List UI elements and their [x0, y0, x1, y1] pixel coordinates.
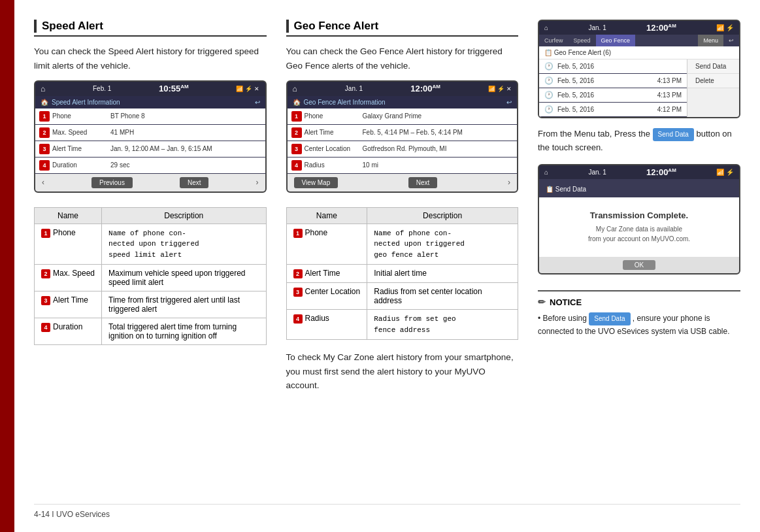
speed-alert-column: Speed Alert You can check the Speed Aler…: [34, 20, 267, 491]
tab-back[interactable]: ↩: [723, 35, 739, 46]
device-header-gf: ⌂ Jan. 1 12:00AM 📶 ⚡ ✕: [288, 82, 518, 95]
gf-screen-rows: 1 Phone Galaxy Grand Prime 2 Alert Time …: [288, 108, 518, 174]
trans-body: Transmission Complete. My Car Zone data …: [539, 197, 739, 257]
pencil-icon: ✏: [538, 297, 546, 307]
tab-menu[interactable]: Menu: [698, 35, 723, 46]
device-footer-gf: View Map Next ›: [288, 174, 518, 191]
speed-alert-device-screen: ⌂ Feb. 1 10:55AM 📶 ⚡ ✕ 🏠 Speed Alert Inf…: [34, 80, 267, 192]
geo-fence-title: Geo Fence Alert: [286, 20, 379, 33]
device-date-gf: Jan. 1: [345, 85, 363, 92]
gf-menu-screen: ⌂ Jan. 1 12:00AM 📶 ⚡ Curfew Speed Geo Fe…: [538, 20, 740, 118]
device-time-gf: 12:00AM: [410, 84, 440, 93]
device-footer-speed: ‹ Previous Next ›: [35, 174, 265, 191]
table-row: 2Alert Time Initial alert time: [286, 265, 518, 283]
transmission-screen: ⌂ Jan. 1 12:00AM 📶 ⚡ 📋 Send Data Transmi…: [538, 164, 740, 274]
tab-geo-fence[interactable]: Geo Fence: [596, 35, 636, 46]
send-data-notice-btn: Send Data: [589, 312, 630, 325]
page-footer: 4-14 I UVO eServices: [34, 504, 740, 519]
speed-row-1: 1 Phone BT Phone 8: [35, 108, 265, 125]
speed-alert-title: Speed Alert: [34, 20, 103, 33]
previous-btn-speed[interactable]: Previous: [91, 177, 133, 188]
speed-row-3: 3 Alert Time Jan. 9, 12:00 AM – Jan. 9, …: [35, 141, 265, 158]
send-data-description: From the Menu tab, Press the Send Data b…: [538, 127, 740, 155]
view-map-btn[interactable]: View Map: [294, 177, 339, 188]
table-row: 1Phone Name of phone con-nected upon tri…: [35, 224, 267, 265]
trans-sub-label: 📋 Send Data: [539, 179, 739, 197]
table-row: 1Phone Name of phone con-nected upon tri…: [286, 224, 518, 265]
trans-header: ⌂ Jan. 1 12:00AM 📶 ⚡: [539, 165, 739, 179]
speed-row-4: 4 Duration 29 sec: [35, 158, 265, 174]
gf-row-1: 1 Phone Galaxy Grand Prime: [288, 108, 518, 125]
list-item: 🕐 Feb. 5, 2016 4:12 PM: [539, 103, 687, 117]
device-subheader-gf: 🏠 Geo Fence Alert Information ↩: [288, 96, 518, 108]
device-subheader-speed: 🏠 Speed Alert Information ↩: [35, 96, 265, 108]
right-panel: ⌂ Jan. 1 12:00AM 📶 ⚡ Curfew Speed Geo Fe…: [538, 20, 740, 491]
geo-fence-table: Name Description 1Phone Name of phone co…: [286, 207, 519, 341]
trans-sub: My Car Zone data is availablefrom your a…: [549, 224, 729, 244]
gf-menu-header: ⌂ Jan. 1 12:00AM 📶 ⚡: [539, 21, 739, 35]
menu-item-send-data[interactable]: Send Data: [687, 59, 739, 74]
device-icons-gf: 📶 ⚡ ✕: [488, 86, 512, 92]
trans-title: Transmission Complete.: [549, 210, 729, 220]
gf-table-col1: Name: [286, 207, 367, 224]
device-date-speed: Feb. 1: [93, 85, 111, 92]
send-data-inline-btn: Send Data: [653, 128, 694, 141]
list-item: 🕐 Feb. 5, 2016 4:13 PM: [539, 88, 687, 103]
speed-row-2: 2 Max. Speed 41 MPH: [35, 125, 265, 141]
geo-fence-column: Geo Fence Alert You can check the Geo Fe…: [286, 20, 519, 491]
geo-fence-outro: To check My Car Zone alert history from …: [286, 350, 519, 393]
next-btn-gf[interactable]: Next: [408, 177, 438, 188]
menu-item-delete[interactable]: Delete: [687, 74, 739, 88]
columns: Speed Alert You can check the Speed Aler…: [34, 20, 740, 491]
geo-fence-device-screen: ⌂ Jan. 1 12:00AM 📶 ⚡ ✕ 🏠 Geo Fence Alert…: [286, 80, 519, 192]
notice-title: ✏ NOTICE: [538, 297, 740, 307]
speed-screen-rows: 1 Phone BT Phone 8 2 Max. Speed 41 MPH 3…: [35, 108, 265, 174]
list-item: 🕐 Feb. 5, 2016: [539, 59, 687, 74]
geo-fence-intro: You can check the Geo Fence Alert histor…: [286, 44, 519, 73]
notice-text: • Before using Send Data , ensure your p…: [538, 312, 740, 338]
speed-alert-intro: You can check the Speed Alert history fo…: [34, 44, 267, 73]
list-item: 🕐 Feb. 5, 2016 4:13 PM: [539, 74, 687, 88]
table-row: 4Radius Radius from set geofence address: [286, 310, 518, 340]
gf-tabs: Curfew Speed Geo Fence Menu ↩: [539, 35, 739, 46]
speed-table-col2: Description: [102, 207, 266, 224]
next-btn-speed[interactable]: Next: [180, 177, 209, 188]
tab-curfew[interactable]: Curfew: [539, 35, 569, 46]
ok-button[interactable]: OK: [623, 260, 655, 270]
speed-alert-header: Speed Alert: [34, 20, 267, 37]
table-row: 3Center Location Radius from set center …: [286, 283, 518, 310]
device-icons-speed: 📶 ⚡ ✕: [236, 86, 259, 92]
table-row: 4Duration Total triggered alert time fro…: [35, 318, 267, 345]
trans-ok-bar: OK: [539, 257, 739, 273]
device-time-speed: 10:55AM: [159, 84, 189, 93]
table-row: 2Max. Speed Maximum vehicle speed upon t…: [35, 265, 267, 291]
home-icon-speed: ⌂: [41, 84, 45, 93]
gf-row-2: 2 Alert Time Feb. 5, 4:14 PM – Feb. 5, 4…: [288, 125, 518, 141]
gf-menu-overlay: 🕐 Feb. 5, 2016 🕐 Feb. 5, 2016 4:13 PM 🕐 …: [539, 59, 739, 117]
context-menu: Send Data Delete: [687, 59, 739, 117]
tab-speed[interactable]: Speed: [569, 35, 596, 46]
speed-table-col1: Name: [35, 207, 102, 224]
device-header-speed: ⌂ Feb. 1 10:55AM 📶 ⚡ ✕: [35, 82, 265, 95]
main-content: Speed Alert You can check the Speed Aler…: [14, 0, 760, 532]
table-row: 3Alert Time Time from first triggered al…: [35, 291, 267, 318]
home-icon-gf: ⌂: [293, 84, 297, 93]
gf-alert-header-row: 📋 Geo Fence Alert (6): [539, 46, 739, 59]
geo-fence-header: Geo Fence Alert: [286, 20, 519, 37]
gf-row-3: 3 Center Location Gotfredson Rd. Plymout…: [288, 141, 518, 158]
gf-row-4: 4 Radius 10 mi: [288, 158, 518, 174]
speed-alert-table: Name Description 1Phone Name of phone co…: [34, 207, 267, 346]
gf-table-col2: Description: [367, 207, 518, 224]
red-sidebar: [0, 0, 14, 532]
notice-box: ✏ NOTICE • Before using Send Data , ensu…: [538, 290, 740, 338]
